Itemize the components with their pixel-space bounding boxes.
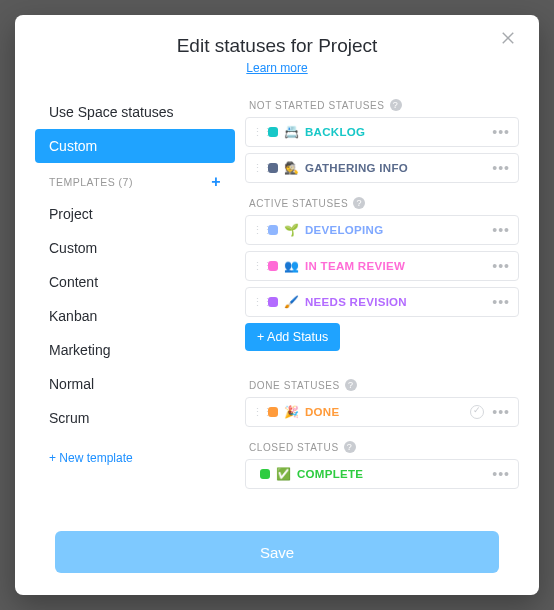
drag-handle-icon[interactable]: ⋮⋮: [252, 162, 264, 175]
color-swatch[interactable]: [260, 469, 270, 479]
status-emoji: 👥: [284, 259, 299, 273]
status-label[interactable]: IN TEAM REVIEW: [305, 260, 490, 272]
modal-title: Edit statuses for Project: [35, 35, 519, 57]
add-status-button[interactable]: + Add Status: [245, 323, 340, 351]
status-emoji: 🌱: [284, 223, 299, 237]
modal-footer: Save: [15, 517, 539, 595]
status-emoji: ✅: [276, 467, 291, 481]
sidebar-template-project[interactable]: Project: [35, 197, 235, 231]
status-row-developing[interactable]: ⋮⋮ 🌱 DEVELOPING •••: [245, 215, 519, 245]
more-icon[interactable]: •••: [490, 222, 512, 238]
status-row-in-team-review[interactable]: ⋮⋮ 👥 IN TEAM REVIEW •••: [245, 251, 519, 281]
add-template-icon[interactable]: +: [211, 173, 221, 191]
sidebar-item-use-space[interactable]: Use Space statuses: [35, 95, 235, 129]
group-not-started-title: NOT STARTED STATUSES: [249, 100, 385, 111]
status-label[interactable]: DEVELOPING: [305, 224, 490, 236]
color-swatch[interactable]: [268, 225, 278, 235]
sidebar-template-scrum[interactable]: Scrum: [35, 401, 235, 435]
sidebar-template-custom[interactable]: Custom: [35, 231, 235, 265]
status-label[interactable]: BACKLOG: [305, 126, 490, 138]
drag-handle-icon[interactable]: ⋮⋮: [252, 260, 264, 273]
color-swatch[interactable]: [268, 261, 278, 271]
status-row-done[interactable]: ⋮⋮ 🎉 DONE •••: [245, 397, 519, 427]
status-label[interactable]: NEEDS REVISION: [305, 296, 490, 308]
templates-section-header: TEMPLATES (7) +: [35, 163, 235, 197]
status-row-complete[interactable]: ✅ COMPLETE •••: [245, 459, 519, 489]
status-row-gathering-info[interactable]: ⋮⋮ 🕵️ GATHERING INFO •••: [245, 153, 519, 183]
color-swatch[interactable]: [268, 297, 278, 307]
status-emoji: 🖌️: [284, 295, 299, 309]
status-groups-panel: NOT STARTED STATUSES ? ⋮⋮ 📇 BACKLOG ••• …: [245, 95, 519, 517]
color-swatch[interactable]: [268, 407, 278, 417]
group-active-title: ACTIVE STATUSES: [249, 198, 348, 209]
sidebar-template-content[interactable]: Content: [35, 265, 235, 299]
sidebar-template-marketing[interactable]: Marketing: [35, 333, 235, 367]
more-icon[interactable]: •••: [490, 258, 512, 274]
status-emoji: 🎉: [284, 405, 299, 419]
drag-handle-icon[interactable]: ⋮⋮: [252, 296, 264, 309]
status-label[interactable]: DONE: [305, 406, 470, 418]
drag-handle-icon[interactable]: ⋮⋮: [252, 224, 264, 237]
help-icon[interactable]: ?: [345, 379, 357, 391]
status-emoji: 🕵️: [284, 161, 299, 175]
sidebar-template-kanban[interactable]: Kanban: [35, 299, 235, 333]
done-check-icon[interactable]: [470, 405, 484, 419]
status-row-needs-revision[interactable]: ⋮⋮ 🖌️ NEEDS REVISION •••: [245, 287, 519, 317]
status-emoji: 📇: [284, 125, 299, 139]
status-label[interactable]: COMPLETE: [297, 468, 490, 480]
save-button[interactable]: Save: [55, 531, 499, 573]
group-closed: CLOSED STATUS ? ✅ COMPLETE •••: [245, 441, 519, 489]
learn-more-link[interactable]: Learn more: [246, 61, 307, 75]
drag-handle-icon[interactable]: ⋮⋮: [252, 126, 264, 139]
group-closed-title: CLOSED STATUS: [249, 442, 339, 453]
more-icon[interactable]: •••: [490, 404, 512, 420]
edit-statuses-modal: Edit statuses for Project Learn more Use…: [15, 15, 539, 595]
more-icon[interactable]: •••: [490, 160, 512, 176]
sidebar-template-normal[interactable]: Normal: [35, 367, 235, 401]
help-icon[interactable]: ?: [344, 441, 356, 453]
group-done: DONE STATUSES ? ⋮⋮ 🎉 DONE •••: [245, 379, 519, 427]
color-swatch[interactable]: [268, 163, 278, 173]
left-sidebar: Use Space statuses Custom TEMPLATES (7) …: [15, 95, 245, 517]
close-icon[interactable]: [499, 29, 525, 55]
status-row-backlog[interactable]: ⋮⋮ 📇 BACKLOG •••: [245, 117, 519, 147]
more-icon[interactable]: •••: [490, 466, 512, 482]
help-icon[interactable]: ?: [353, 197, 365, 209]
new-template-link[interactable]: + New template: [35, 435, 235, 481]
modal-header: Edit statuses for Project Learn more: [15, 15, 539, 85]
sidebar-item-custom[interactable]: Custom: [35, 129, 235, 163]
drag-handle-icon[interactable]: ⋮⋮: [252, 406, 264, 419]
more-icon[interactable]: •••: [490, 124, 512, 140]
color-swatch[interactable]: [268, 127, 278, 137]
group-active: ACTIVE STATUSES ? ⋮⋮ 🌱 DEVELOPING ••• ⋮⋮…: [245, 197, 519, 365]
templates-section-label: TEMPLATES (7): [49, 176, 133, 188]
more-icon[interactable]: •••: [490, 294, 512, 310]
group-done-title: DONE STATUSES: [249, 380, 340, 391]
status-label[interactable]: GATHERING INFO: [305, 162, 490, 174]
help-icon[interactable]: ?: [390, 99, 402, 111]
group-not-started: NOT STARTED STATUSES ? ⋮⋮ 📇 BACKLOG ••• …: [245, 99, 519, 183]
